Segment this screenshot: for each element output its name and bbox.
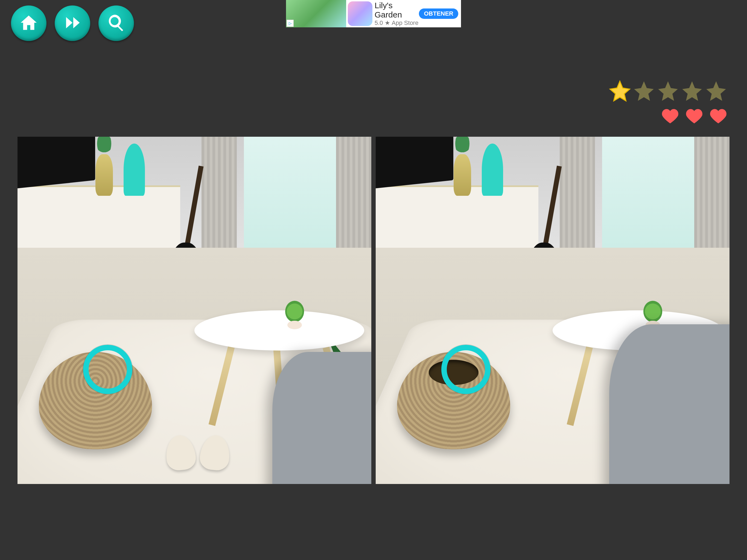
progress-star — [704, 79, 728, 103]
scene-illustration — [376, 137, 729, 484]
hint-button[interactable] — [98, 5, 134, 41]
toolbar — [11, 5, 134, 41]
ad-banner[interactable]: ▷ Lily's Garden 5.0 ★ App Store OBTENER — [286, 0, 461, 27]
ad-store: App Store — [392, 19, 419, 27]
ad-title: Lily's Garden — [375, 1, 419, 19]
game-area — [18, 137, 729, 484]
skip-button[interactable] — [55, 5, 90, 41]
ad-cta-button[interactable]: OBTENER — [419, 8, 458, 19]
star-icon: ★ — [385, 19, 390, 27]
scene-illustration — [18, 137, 371, 484]
lives-hearts — [608, 107, 728, 126]
ad-subtitle: 5.0 ★ App Store — [375, 19, 419, 27]
scene-left[interactable] — [18, 137, 371, 484]
ad-privacy-icon: ▷ — [289, 21, 292, 25]
progress-star — [632, 79, 656, 103]
life-heart — [661, 107, 680, 126]
fast-forward-icon — [63, 13, 82, 33]
status-panel — [608, 79, 728, 126]
home-icon — [19, 13, 38, 33]
ad-creative: ▷ — [286, 0, 346, 27]
home-button[interactable] — [11, 5, 47, 41]
ad-app-icon — [348, 1, 372, 26]
ad-text: Lily's Garden 5.0 ★ App Store — [375, 0, 419, 27]
difficulty-stars — [608, 79, 728, 103]
progress-star — [680, 79, 704, 103]
ad-privacy-badge[interactable]: ▷ — [287, 20, 294, 27]
scene-right[interactable] — [376, 137, 729, 484]
life-heart — [685, 107, 704, 126]
life-heart — [709, 107, 728, 126]
ad-rating: 5.0 — [375, 19, 383, 27]
progress-star — [656, 79, 680, 103]
search-icon — [107, 13, 126, 33]
progress-star — [608, 79, 632, 103]
